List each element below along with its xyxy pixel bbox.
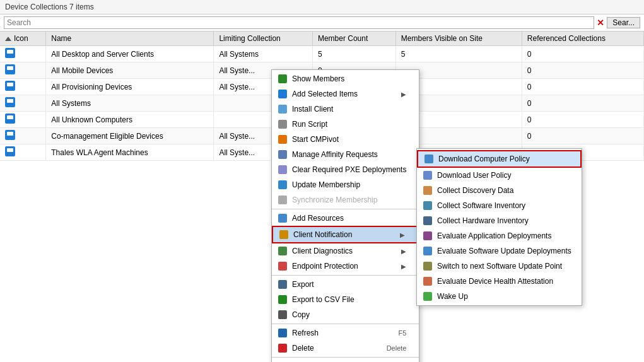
menu-item-show-members[interactable]: Show Members <box>272 71 419 86</box>
notification-icon <box>278 230 290 240</box>
title-text: Device Collections 7 items <box>5 3 94 11</box>
menu-label-show-members: Show Members <box>292 74 344 83</box>
csv-icon <box>277 295 288 305</box>
row-referenced: 0 <box>522 79 643 95</box>
health-icon <box>422 276 433 286</box>
menu-label-export: Export <box>292 280 314 289</box>
submenu-arrow-icon: ▶ <box>401 263 406 270</box>
submenu-item-wake-up[interactable]: Wake Up <box>417 289 582 304</box>
context-menu: Show MembersAdd Selected Items▶Install C… <box>271 69 419 362</box>
col-members-visible[interactable]: Members Visible on Site <box>395 32 522 46</box>
menu-item-export[interactable]: Export <box>272 277 419 292</box>
row-name: All Unknown Computers <box>46 112 214 128</box>
row-member-count: 5 <box>312 46 395 62</box>
menu-item-install-client[interactable]: Install Client <box>272 102 419 117</box>
submenu-item-collect-hardware-inventory[interactable]: Collect Hardware Inventory <box>417 213 582 228</box>
refresh-icon <box>277 328 288 338</box>
col-member-count[interactable]: Member Count <box>312 32 395 46</box>
row-referenced: 0 <box>522 95 643 112</box>
submenu-item-download-user-policy[interactable]: Download User Policy <box>417 168 582 183</box>
menu-item-copy[interactable]: Copy <box>272 307 419 322</box>
menu-label-update-membership: Update Membership <box>292 180 360 189</box>
row-name: All Desktop and Server Clients <box>46 46 214 62</box>
switch-icon <box>422 261 433 271</box>
sw-update-icon <box>422 246 433 256</box>
menu-separator <box>272 209 419 209</box>
row-icon <box>0 128 46 144</box>
menu-separator <box>272 357 419 358</box>
row-icon <box>0 62 46 79</box>
wake-icon <box>422 291 433 301</box>
submenu-arrow-icon: ▶ <box>401 248 406 255</box>
menu-label-clear-pxe: Clear Required PXE Deployments <box>292 165 406 174</box>
menu-item-client-notification[interactable]: Client Notification▶ <box>272 226 419 243</box>
menu-item-export-csv[interactable]: Export to CSV File <box>272 292 419 307</box>
submenu-item-evaluate-app-deployments[interactable]: Evaluate Application Deployments <box>417 228 582 243</box>
blue-plus-icon <box>277 89 288 99</box>
submenu-item-collect-software-inventory[interactable]: Collect Software Inventory <box>417 198 582 213</box>
submenu-label-collect-software-inventory: Collect Software Inventory <box>437 201 525 210</box>
submenu-label-evaluate-app-deployments: Evaluate Application Deployments <box>437 231 551 240</box>
submenu-label-download-computer-policy: Download Computer Policy <box>438 155 530 163</box>
shortcut-delete: Delete <box>374 344 407 352</box>
row-referenced: 0 <box>522 112 643 128</box>
menu-label-export-csv: Export to CSV File <box>292 295 354 304</box>
submenu-label-evaluate-device-health: Evaluate Device Health Attestation <box>437 277 553 286</box>
diagnostic-icon <box>277 246 288 256</box>
menu-item-refresh[interactable]: RefreshF5 <box>272 325 419 341</box>
search-clear-button[interactable]: ✕ <box>597 18 604 28</box>
shortcut-refresh: F5 <box>386 329 407 337</box>
search-button[interactable]: Sear... <box>607 17 640 28</box>
row-icon <box>0 46 46 62</box>
menu-item-update-membership[interactable]: Update Membership <box>272 177 419 192</box>
row-referenced: 0 <box>522 46 643 62</box>
submenu-item-evaluate-sw-update[interactable]: Evaluate Software Update Deployments <box>417 243 582 259</box>
hardware-inv-icon <box>422 216 433 226</box>
col-name[interactable]: Name <box>46 32 214 46</box>
menu-label-add-resources: Add Resources <box>292 214 344 223</box>
submenu-label-collect-hardware-inventory: Collect Hardware Inventory <box>437 216 529 225</box>
row-referenced: 0 <box>522 128 643 144</box>
menu-item-delete[interactable]: DeleteDelete <box>272 341 419 356</box>
submenu-label-switch-sw-update-point: Switch to next Software Update Point <box>437 262 562 271</box>
table-header-row: Icon Name Limiting Collection Member Cou… <box>0 32 644 46</box>
row-icon <box>0 79 46 95</box>
submenu-arrow-icon: ▶ <box>401 91 406 98</box>
menu-item-add-resources[interactable]: Add Resources <box>272 211 419 226</box>
submenu-item-switch-sw-update-point[interactable]: Switch to next Software Update Point <box>417 259 582 274</box>
submenu-item-evaluate-device-health[interactable]: Evaluate Device Health Attestation <box>417 274 582 289</box>
submenu-item-collect-discovery-data[interactable]: Collect Discovery Data <box>417 183 582 198</box>
menu-item-add-selected[interactable]: Add Selected Items▶ <box>272 86 419 102</box>
table-row[interactable]: All Desktop and Server Clients All Syste… <box>0 46 644 62</box>
policy-icon <box>423 154 435 164</box>
col-limiting[interactable]: Limiting Collection <box>214 32 313 46</box>
menu-item-manage-affinity[interactable]: Manage Affinity Requests <box>272 147 419 162</box>
main-panel: Device Collections 7 items ✕ Sear... Ico… <box>0 0 644 362</box>
col-icon: Icon <box>0 32 46 46</box>
menu-label-client-diagnostics: Client Diagnostics <box>292 247 353 255</box>
app-eval-icon <box>422 231 433 241</box>
row-members-visible: 5 <box>395 46 522 62</box>
menu-item-start-cmpivot[interactable]: Start CMPivot <box>272 132 419 147</box>
menu-item-client-diagnostics[interactable]: Client Diagnostics▶ <box>272 243 419 259</box>
menu-item-sync-membership[interactable]: Synchronize Membership <box>272 192 419 207</box>
menu-label-start-cmpivot: Start CMPivot <box>292 135 339 144</box>
menu-item-endpoint-protection[interactable]: Endpoint Protection▶ <box>272 259 419 274</box>
col-referenced[interactable]: Referenced Collections <box>522 32 643 46</box>
menu-label-delete: Delete <box>292 344 314 353</box>
update-icon <box>277 180 288 190</box>
menu-item-simulate-deployment[interactable]: Simulate Deployment <box>272 359 419 362</box>
search-input[interactable] <box>4 16 594 29</box>
row-name: All Systems <box>46 95 214 112</box>
endpoint-icon <box>277 261 288 271</box>
submenu-item-download-computer-policy[interactable]: Download Computer Policy <box>417 150 582 168</box>
device-icon <box>5 97 15 107</box>
row-name: All Mobile Devices <box>46 62 214 79</box>
pxe-icon <box>277 165 288 175</box>
menu-item-run-script[interactable]: Run Script <box>272 117 419 132</box>
add-resource-icon <box>277 213 288 223</box>
menu-label-run-script: Run Script <box>292 120 327 129</box>
menu-item-clear-pxe[interactable]: Clear Required PXE Deployments <box>272 162 419 177</box>
client-notification-submenu: Download Computer PolicyDownload User Po… <box>416 148 582 306</box>
export-icon <box>277 279 288 289</box>
